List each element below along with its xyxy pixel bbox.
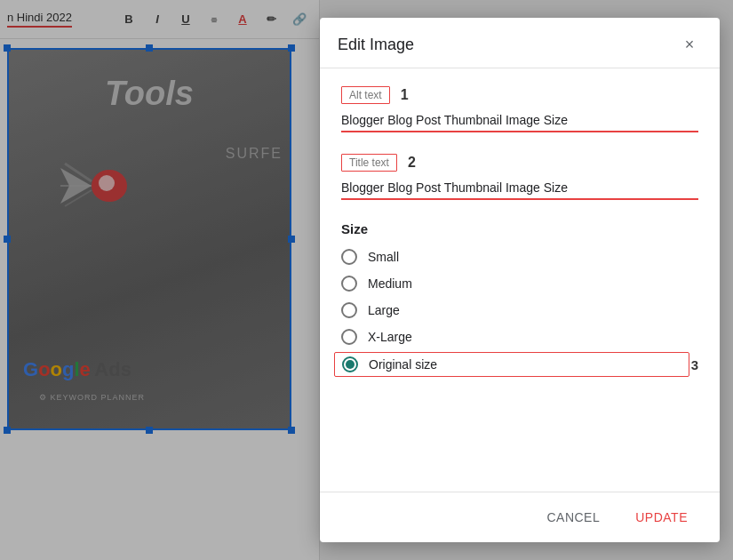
size-medium-label: Medium (368, 276, 412, 291)
size-original-row: Original size 3 (341, 356, 698, 373)
alt-text-input[interactable] (341, 109, 698, 132)
alt-text-number: 1 (401, 87, 409, 103)
size-section-label: Size (341, 221, 698, 236)
alt-text-label-row: Alt text 1 (341, 86, 698, 104)
size-xlarge-label: X-Large (368, 330, 412, 344)
size-xlarge-item[interactable]: X-Large (341, 329, 698, 345)
dialog-footer: CANCEL UPDATE (320, 492, 720, 542)
size-radio-group: Small Medium Large X-Large (341, 249, 698, 373)
size-small-radio[interactable] (341, 249, 357, 265)
size-section: Size Small Medium Large (341, 221, 698, 373)
original-size-number: 3 (691, 357, 698, 372)
size-large-item[interactable]: Large (341, 302, 698, 318)
title-text-number: 2 (408, 155, 416, 171)
title-text-input[interactable] (341, 177, 698, 200)
size-large-radio[interactable] (341, 302, 357, 318)
dialog-body: Alt text 1 Title text 2 Size Small (320, 68, 720, 492)
size-original-item[interactable]: Original size (334, 352, 689, 377)
dialog-header: Edit Image × (320, 18, 720, 68)
close-button[interactable]: × (677, 32, 702, 57)
alt-text-label: Alt text (341, 86, 390, 104)
size-xlarge-radio[interactable] (341, 329, 357, 345)
dialog-title: Edit Image (338, 36, 414, 54)
title-text-label: Title text (341, 154, 397, 172)
title-text-label-row: Title text 2 (341, 154, 698, 172)
edit-image-dialog: Edit Image × Alt text 1 Title text 2 Siz… (320, 18, 720, 542)
size-medium-radio[interactable] (341, 276, 357, 292)
alt-text-group: Alt text 1 (341, 86, 698, 132)
title-text-group: Title text 2 (341, 154, 698, 200)
size-medium-item[interactable]: Medium (341, 276, 698, 292)
size-large-label: Large (368, 303, 400, 317)
size-small-label: Small (368, 250, 399, 264)
size-original-radio[interactable] (342, 356, 358, 372)
update-button[interactable]: UPDATE (625, 503, 698, 532)
size-original-label: Original size (369, 357, 437, 372)
cancel-button[interactable]: CANCEL (536, 503, 610, 532)
size-small-item[interactable]: Small (341, 249, 698, 265)
